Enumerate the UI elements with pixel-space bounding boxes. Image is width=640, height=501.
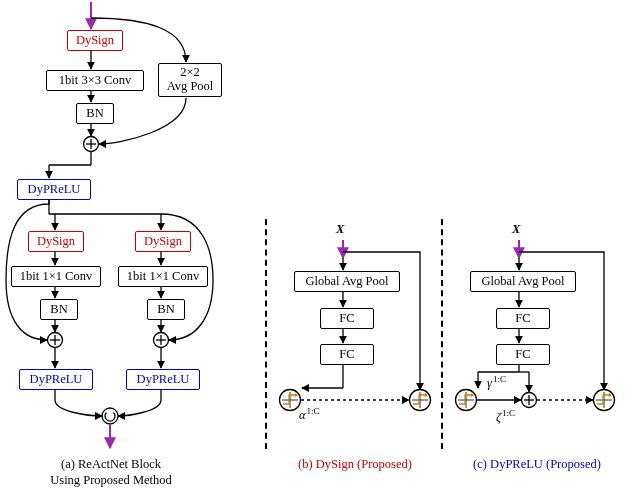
label: FC [339,311,354,325]
label: DyPReLU [28,182,81,196]
label: Global Avg Pool [305,274,388,288]
label: 2×2 Avg Pool [167,65,214,93]
conv3x3: 1bit 3×3 Conv [46,70,144,91]
label: FC [339,347,354,361]
zeta-c: ζ1:C [496,408,515,425]
avg-pool: 2×2 Avg Pool [158,63,222,97]
label: DySign [76,33,114,47]
separator-bc [441,219,443,449]
dysign-right: DySign [135,231,191,252]
label: BN [86,106,103,120]
dyprelu-right: DyPReLU [126,369,200,390]
label: DyPReLU [137,372,190,386]
gap-b: Global Avg Pool [294,271,400,292]
bn-left: BN [40,299,78,320]
figure-root: { "colA": { "dysign_top": "DySign", "con… [0,0,640,501]
label: BN [157,302,174,316]
gamma-c: γ1:C [487,374,506,391]
caption-c: (c) DyPReLU (Proposed) [452,457,622,472]
label: DySign [144,234,182,248]
label: (b) DySign (Proposed) [298,457,412,471]
label: BN [50,302,67,316]
label: FC [515,311,530,325]
dyprelu-top: DyPReLU [17,179,91,200]
X-b: X [336,222,344,237]
label: Using Proposed Method [50,473,172,487]
gap-c: Global Avg Pool [470,271,576,292]
X-c: X [512,222,520,237]
separator-ab [265,219,267,449]
dysign-top: DySign [67,30,123,51]
label: (c) DyPReLU (Proposed) [473,457,601,471]
conv1x1-left: 1bit 1×1 Conv [11,266,101,287]
bn-right: BN [147,299,185,320]
label: DyPReLU [30,372,83,386]
symbol-sup: 1:C [492,374,506,384]
label: FC [515,347,530,361]
conv1x1-right: 1bit 1×1 Conv [118,266,208,287]
alpha-b: α1:C [299,406,320,423]
fc2-b: FC [320,344,374,365]
fc2-c: FC [496,344,550,365]
label: 1bit 1×1 Conv [127,269,199,283]
label: DySign [37,234,75,248]
symbol-sup: 1:C [501,408,515,418]
fc1-b: FC [320,308,374,329]
label: X [336,222,344,236]
caption-a-line1: (a) ReActNet Block [16,457,206,472]
dyprelu-left: DyPReLU [19,369,93,390]
label: 1bit 3×3 Conv [59,73,131,87]
caption-a-line2: Using Proposed Method [16,473,206,488]
label: X [512,222,520,236]
fc1-c: FC [496,308,550,329]
dysign-left: DySign [28,231,84,252]
symbol: α [299,408,306,422]
caption-b: (b) DySign (Proposed) [280,457,430,472]
label: 1bit 1×1 Conv [20,269,92,283]
label: (a) ReActNet Block [61,457,161,471]
symbol-sup: 1:C [306,406,320,416]
bn-top: BN [76,103,114,124]
label: Global Avg Pool [481,274,564,288]
